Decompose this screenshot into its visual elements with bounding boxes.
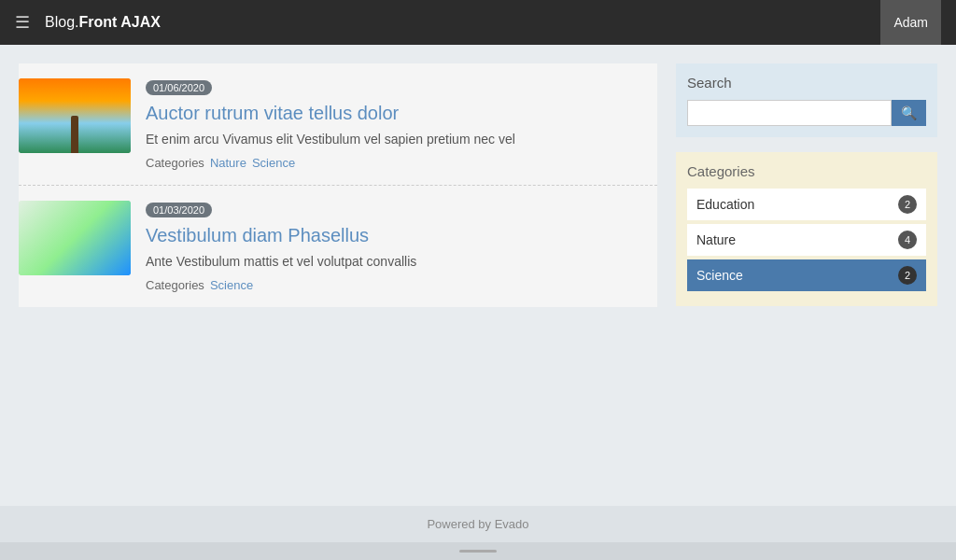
posts-area: 01/06/2020 Auctor rutrum vitae tellus do… xyxy=(19,63,657,487)
post-categories: Categories Nature Science xyxy=(146,156,657,170)
main-header: ☰ Blog.Front AJAX Adam xyxy=(0,0,956,45)
category-link[interactable]: Science xyxy=(210,278,253,292)
brand-main: Front AJAX xyxy=(78,14,160,30)
sidebar: Search 🔍 Categories Education 2 Nature 4… xyxy=(676,63,937,487)
search-title: Search xyxy=(687,75,926,91)
post-thumbnail xyxy=(19,78,131,153)
footer: Powered by Evado xyxy=(0,506,956,560)
hamburger-icon[interactable]: ☰ xyxy=(15,12,30,33)
post-categories: Categories Science xyxy=(146,278,657,292)
categories-label: Categories xyxy=(146,278,204,292)
search-button[interactable]: 🔍 xyxy=(892,100,926,126)
category-count: 2 xyxy=(898,195,917,214)
post-excerpt: Et enim arcu Vivamus elit Vestibulum vel… xyxy=(146,132,657,147)
footer-text: Powered by Evado xyxy=(0,506,956,542)
footer-divider xyxy=(0,542,956,560)
category-item-science[interactable]: Science 2 xyxy=(687,259,926,291)
categories-title: Categories xyxy=(687,163,926,179)
post-thumbnail xyxy=(19,201,131,275)
post-image xyxy=(19,201,131,275)
post-body: 01/06/2020 Auctor rutrum vitae tellus do… xyxy=(146,78,657,170)
header-left: ☰ Blog.Front AJAX xyxy=(15,12,161,33)
post-title[interactable]: Auctor rutrum vitae tellus dolor xyxy=(146,103,657,124)
category-label: Science xyxy=(696,268,743,283)
category-count: 2 xyxy=(898,266,917,285)
category-link[interactable]: Science xyxy=(252,156,295,170)
main-layout: 01/06/2020 Auctor rutrum vitae tellus do… xyxy=(0,45,956,506)
search-input[interactable] xyxy=(687,100,892,126)
powered-by-label: Powered by Evado xyxy=(427,517,528,531)
categories-widget: Categories Education 2 Nature 4 Science … xyxy=(676,152,937,306)
post-image xyxy=(19,78,131,153)
post-date: 01/03/2020 xyxy=(146,203,212,217)
search-bar: 🔍 xyxy=(687,100,926,126)
user-menu[interactable]: Adam xyxy=(880,0,941,45)
post-date: 01/06/2020 xyxy=(146,80,212,95)
post-body: 01/03/2020 Vestibulum diam Phasellus Ant… xyxy=(146,201,657,292)
category-link[interactable]: Nature xyxy=(210,156,246,170)
post-title[interactable]: Vestibulum diam Phasellus xyxy=(146,225,657,246)
category-label: Nature xyxy=(696,232,736,247)
category-item-nature[interactable]: Nature 4 xyxy=(687,224,926,256)
category-label: Education xyxy=(696,197,754,212)
post-item: 01/06/2020 Auctor rutrum vitae tellus do… xyxy=(19,63,657,186)
category-count: 4 xyxy=(898,231,917,249)
categories-label: Categories xyxy=(146,156,204,170)
post-excerpt: Ante Vestibulum mattis et vel volutpat c… xyxy=(146,254,657,269)
category-item-education[interactable]: Education 2 xyxy=(687,189,926,220)
site-brand: Blog.Front AJAX xyxy=(45,14,161,31)
divider-line xyxy=(459,550,497,553)
post-item: 01/03/2020 Vestibulum diam Phasellus Ant… xyxy=(19,186,657,307)
search-widget: Search 🔍 xyxy=(676,63,937,137)
